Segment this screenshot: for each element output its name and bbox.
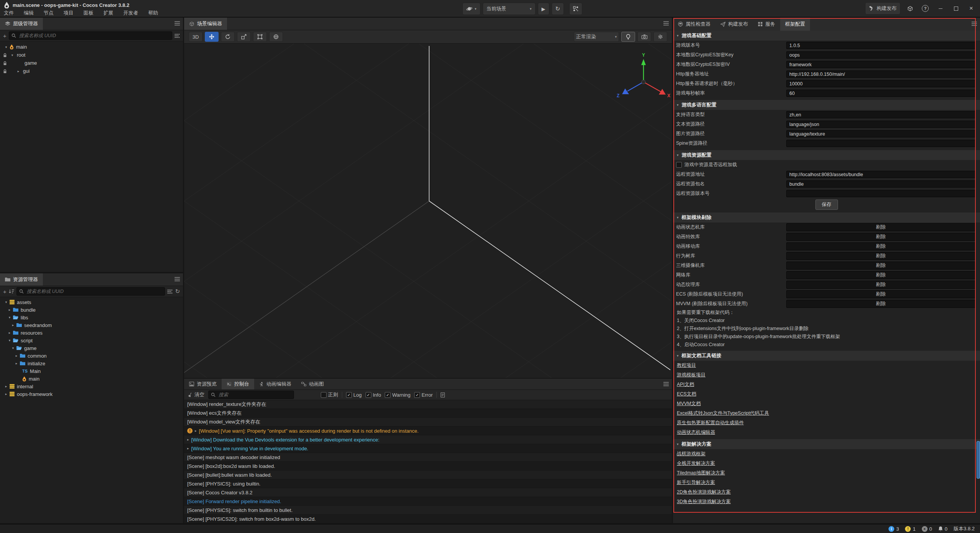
tab-build-publish[interactable]: 构建发布 bbox=[715, 18, 753, 31]
filter-warning-toggle[interactable]: ✓ Warning bbox=[385, 392, 410, 398]
log-row[interactable]: [Scene] [PHYSICS]: using builtin. bbox=[184, 479, 672, 488]
chevron-right-icon[interactable]: ▸ bbox=[4, 392, 8, 396]
error-checkbox[interactable]: ✓ bbox=[414, 392, 420, 398]
remove-module-button[interactable]: 剔除 bbox=[786, 242, 975, 250]
maximize-button[interactable] bbox=[950, 3, 962, 13]
doc-link[interactable]: ECS文档 bbox=[677, 391, 696, 397]
remove-module-button[interactable]: 剔除 bbox=[786, 262, 975, 270]
log-row[interactable]: [Scene] [box2d]:box2d wasm lib loaded. bbox=[184, 462, 672, 471]
log-row[interactable]: [Scene] Cocos Creator v3.8.2 bbox=[184, 488, 672, 497]
sort-icon[interactable] bbox=[9, 289, 14, 294]
remove-module-button[interactable]: 剔除 bbox=[786, 223, 975, 231]
close-button[interactable]: × bbox=[965, 3, 977, 13]
scale-tool-button[interactable] bbox=[237, 32, 251, 42]
create-asset-button[interactable]: + bbox=[3, 288, 7, 295]
section-game-basic-config[interactable]: ▾ 游戏基础配置 bbox=[673, 31, 980, 41]
log-row-info[interactable]: ▸ [Window] Download the Vue Devtools ext… bbox=[184, 435, 672, 444]
log-row[interactable]: [Window] model_view文件夹存在 bbox=[184, 418, 672, 427]
play-button[interactable]: ▶ bbox=[538, 3, 549, 15]
crypto-key-input[interactable] bbox=[786, 51, 975, 59]
chevron-right-icon[interactable]: ▸ bbox=[7, 331, 12, 335]
remote-load-checkbox[interactable] bbox=[676, 162, 682, 168]
chevron-down-icon[interactable]: ▾ bbox=[11, 346, 15, 350]
minimize-button[interactable] bbox=[935, 3, 946, 13]
notification-count[interactable]: 0 bbox=[938, 526, 947, 532]
move-tool-button[interactable] bbox=[205, 32, 219, 42]
tab-service[interactable]: 服务 bbox=[753, 18, 780, 31]
log-row-link[interactable]: [Scene] Forward render pipeline initiali… bbox=[184, 497, 672, 506]
rect-tool-button[interactable] bbox=[253, 32, 267, 42]
text-res-path-input[interactable] bbox=[786, 121, 975, 128]
doc-link[interactable]: MVVM文档 bbox=[677, 401, 701, 407]
doc-link[interactable]: 教程项目 bbox=[677, 362, 696, 369]
tab-animation-graph[interactable]: 动画图 bbox=[296, 379, 329, 389]
chevron-right-icon[interactable]: ▸ bbox=[16, 69, 21, 73]
gizmo-z-label[interactable]: Z bbox=[617, 93, 619, 98]
log-row[interactable]: [Scene] [PHYSICS2D]: switch from box2d-w… bbox=[184, 515, 672, 523]
save-button[interactable]: 保存 bbox=[815, 199, 838, 210]
info-checkbox[interactable]: ✓ bbox=[366, 392, 371, 398]
console-menu-icon[interactable] bbox=[663, 382, 669, 387]
section-framework-modules[interactable]: ▾ 框架模块剔除 bbox=[673, 213, 980, 222]
asset-node-internal[interactable]: ▸ internal bbox=[0, 383, 183, 390]
remote-res-version-input[interactable] bbox=[786, 190, 975, 197]
log-row[interactable]: [Scene] [PHYSICS]: switch from builtin t… bbox=[184, 506, 672, 515]
scene-light-toggle-button[interactable] bbox=[621, 32, 635, 42]
chevron-right-icon[interactable]: ▸ bbox=[14, 354, 19, 358]
filter-info-toggle[interactable]: ✓ Info bbox=[366, 392, 381, 398]
menu-help[interactable]: 帮助 bbox=[148, 10, 158, 16]
lock-icon[interactable] bbox=[3, 53, 7, 59]
create-node-button[interactable]: + bbox=[3, 33, 7, 39]
filter-error-toggle[interactable]: ✓ Error bbox=[414, 392, 433, 398]
game-version-input[interactable] bbox=[786, 42, 975, 49]
remove-module-button[interactable]: 剔除 bbox=[786, 233, 975, 241]
chevron-right-icon[interactable]: ▸ bbox=[11, 323, 15, 327]
remove-module-button[interactable]: 剔除 bbox=[786, 300, 975, 308]
asset-node-assets[interactable]: ▾ assets bbox=[0, 298, 183, 306]
hierarchy-search-input[interactable] bbox=[18, 33, 170, 39]
expand-icon[interactable]: ▸ bbox=[195, 429, 197, 433]
log-row[interactable]: [Window] render_texture文件夹存在 bbox=[184, 400, 672, 409]
assets-search-input[interactable] bbox=[26, 288, 163, 294]
asset-node-main-ts[interactable]: TS Main bbox=[0, 367, 183, 375]
doc-link[interactable]: 游戏模板项目 bbox=[677, 372, 706, 378]
section-solutions[interactable]: ▾ 框架解决方案 bbox=[673, 439, 980, 449]
hierarchy-node-main[interactable]: ▾ main bbox=[0, 43, 183, 51]
tab-console[interactable]: 控制台 bbox=[222, 379, 254, 389]
chevron-down-icon[interactable]: ▾ bbox=[7, 338, 12, 342]
chevron-down-icon[interactable]: ▾ bbox=[4, 300, 8, 304]
menu-node[interactable]: 节点 bbox=[44, 10, 54, 16]
preview-mode-button[interactable] bbox=[569, 3, 582, 15]
spine-res-path-input[interactable] bbox=[786, 140, 975, 147]
tab-scene-editor[interactable]: 场景编辑器 bbox=[184, 18, 227, 30]
remote-bundle-name-input[interactable] bbox=[786, 180, 975, 188]
render-mode-dropdown[interactable]: 正常渲染 ▾ bbox=[574, 32, 619, 42]
console-search-box[interactable] bbox=[208, 391, 294, 399]
menu-developer[interactable]: 开发者 bbox=[123, 10, 138, 16]
menu-extension[interactable]: 扩展 bbox=[103, 10, 113, 16]
asset-node-main-scene[interactable]: main bbox=[0, 375, 183, 383]
scene-settings-button[interactable] bbox=[653, 32, 667, 42]
console-search-input[interactable] bbox=[218, 392, 291, 398]
menu-file[interactable]: 文件 bbox=[4, 10, 14, 16]
regex-toggle[interactable]: 正则 bbox=[321, 391, 338, 398]
refresh-icon[interactable]: ↻ bbox=[175, 288, 180, 295]
solution-link[interactable]: 新手引导解决方案 bbox=[677, 479, 715, 486]
expand-icon[interactable]: ▸ bbox=[187, 446, 189, 450]
menu-panel[interactable]: 面板 bbox=[83, 10, 93, 16]
doc-link[interactable]: 原生包热更新配置自动生成插件 bbox=[677, 420, 744, 426]
log-checkbox[interactable]: ✓ bbox=[346, 392, 352, 398]
inspector-menu-icon[interactable] bbox=[972, 21, 977, 27]
section-game-resource-config[interactable]: ▾ 游戏资源配置 bbox=[673, 150, 980, 160]
doc-link[interactable]: API文档 bbox=[677, 381, 694, 388]
solution-link[interactable]: 全栈开发解决方案 bbox=[677, 460, 715, 467]
help-button[interactable]: ? bbox=[920, 3, 931, 13]
warning-count[interactable]: ! 1 bbox=[905, 526, 915, 532]
doc-link[interactable]: 动画状态机编辑器 bbox=[677, 429, 715, 436]
crypto-iv-input[interactable] bbox=[786, 61, 975, 68]
gizmo-x-label[interactable]: X bbox=[667, 93, 670, 98]
tab-asset-preview[interactable]: 资源预览 bbox=[184, 379, 222, 389]
axis-gizmo[interactable]: Y X Z bbox=[617, 52, 670, 98]
doc-link[interactable]: Excel格式转Json文件与TypeScript代码工具 bbox=[677, 410, 769, 417]
http-timeout-input[interactable] bbox=[786, 80, 975, 87]
